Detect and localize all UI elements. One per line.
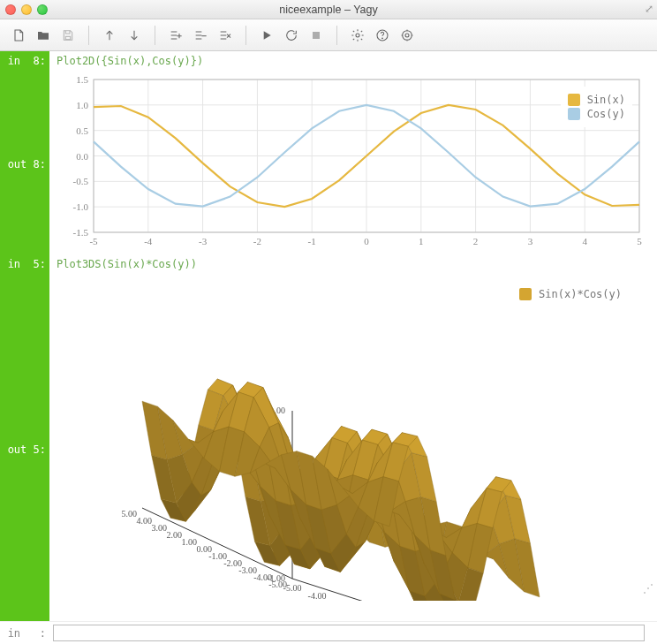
list-clear-button[interactable] bbox=[215, 26, 235, 45]
reload-button[interactable] bbox=[282, 26, 301, 45]
gutter-in-label: in 5: bbox=[0, 254, 49, 274]
titlebar: niceexample – Yagy ⤢ bbox=[0, 0, 657, 19]
content-column: Plot2D({Sin(x),Cos(y)}) -5-4-3-2-1012345… bbox=[49, 51, 657, 621]
input-prompt: in : bbox=[0, 622, 49, 644]
open-folder-button[interactable] bbox=[34, 26, 53, 45]
help-button[interactable] bbox=[373, 26, 392, 45]
svg-point-2 bbox=[356, 34, 359, 37]
gutter: in 8: out 8: in 5: out 5: bbox=[0, 51, 49, 621]
toolbar-separator bbox=[88, 26, 89, 45]
legend-label: Cos(y) bbox=[587, 108, 625, 120]
svg-text:1.00: 1.00 bbox=[182, 537, 198, 547]
close-icon[interactable] bbox=[5, 4, 16, 15]
input-row: in : bbox=[0, 621, 657, 644]
svg-text:2: 2 bbox=[473, 236, 479, 246]
svg-text:-1.0: -1.0 bbox=[73, 201, 89, 212]
svg-text:-2: -2 bbox=[253, 236, 261, 246]
list-add-button[interactable] bbox=[166, 26, 185, 45]
toolbar-separator bbox=[155, 26, 155, 45]
gutter-out-label: out 5: bbox=[0, 274, 49, 621]
svg-text:0.0: 0.0 bbox=[76, 151, 88, 162]
svg-point-4 bbox=[382, 37, 383, 38]
window-controls bbox=[5, 4, 48, 15]
list-remove-button[interactable] bbox=[191, 26, 210, 45]
new-file-button[interactable] bbox=[9, 26, 28, 45]
svg-text:-1.5: -1.5 bbox=[73, 227, 89, 238]
svg-text:3: 3 bbox=[528, 236, 533, 246]
svg-text:-0.5: -0.5 bbox=[73, 176, 89, 186]
legend-item: Cos(y) bbox=[568, 108, 625, 120]
svg-text:2.00: 2.00 bbox=[167, 530, 183, 540]
svg-text:1.0: 1.0 bbox=[76, 100, 88, 110]
resize-grip-icon[interactable]: ⋰ bbox=[643, 582, 653, 595]
command-input[interactable] bbox=[53, 625, 645, 641]
target-button[interactable] bbox=[397, 26, 417, 45]
svg-text:-3: -3 bbox=[199, 236, 208, 246]
svg-text:-5: -5 bbox=[89, 236, 98, 246]
svg-text:4: 4 bbox=[582, 236, 587, 246]
plot-3d[interactable]: -5.00-4.00-3.00-2.00-1.000.001.002.003.0… bbox=[49, 274, 657, 601]
svg-text:0.00: 0.00 bbox=[197, 544, 213, 554]
svg-text:-4: -4 bbox=[144, 236, 153, 246]
gutter-out-label: out 8: bbox=[0, 71, 49, 254]
window-title: niceexample – Yagy bbox=[0, 4, 657, 16]
command-text: Plot3DS(Sin(x)*Cos(y)) bbox=[49, 254, 657, 274]
toolbar bbox=[0, 19, 657, 51]
legend-label: Sin(x)*Cos(y) bbox=[539, 288, 622, 300]
svg-text:5.00: 5.00 bbox=[122, 509, 138, 519]
svg-text:-1.00: -1.00 bbox=[267, 573, 285, 583]
stop-button[interactable] bbox=[306, 26, 326, 45]
move-up-button[interactable] bbox=[100, 26, 119, 45]
toolbar-separator bbox=[336, 26, 337, 45]
legend-item: Sin(x) bbox=[568, 94, 625, 106]
save-button[interactable] bbox=[58, 26, 78, 45]
svg-point-6 bbox=[405, 34, 409, 37]
svg-text:-1: -1 bbox=[308, 236, 316, 246]
minimize-icon[interactable] bbox=[21, 4, 32, 15]
svg-text:3.00: 3.00 bbox=[152, 523, 168, 533]
svg-text:0: 0 bbox=[364, 236, 369, 246]
legend-label: Sin(x) bbox=[587, 94, 625, 106]
cell: Plot2D({Sin(x),Cos(y)}) -5-4-3-2-1012345… bbox=[49, 51, 657, 254]
settings-button[interactable] bbox=[348, 26, 367, 45]
notebook-area: in 8: out 8: in 5: out 5: Plot2D({Sin(x)… bbox=[0, 51, 657, 621]
svg-text:4.00: 4.00 bbox=[137, 516, 153, 526]
svg-text:-3.00: -3.00 bbox=[333, 599, 351, 601]
legend-swatch-icon bbox=[568, 94, 580, 106]
svg-text:0.5: 0.5 bbox=[76, 125, 88, 136]
command-text: Plot2D({Sin(x),Cos(y)}) bbox=[49, 51, 657, 71]
svg-rect-1 bbox=[313, 32, 320, 39]
legend-3d: Sin(x)*Cos(y) bbox=[519, 288, 622, 300]
legend-2d: Sin(x) Cos(y) bbox=[561, 87, 632, 127]
toolbar-separator bbox=[245, 26, 246, 45]
svg-text:-4.00: -4.00 bbox=[308, 591, 327, 601]
svg-rect-0 bbox=[65, 36, 70, 39]
cell: Plot3DS(Sin(x)*Cos(y)) -5.00-4.00-3.00-2… bbox=[49, 254, 657, 601]
legend-swatch-icon bbox=[568, 108, 580, 120]
gutter-in-label: in 8: bbox=[0, 51, 49, 71]
maximize-icon[interactable] bbox=[37, 4, 48, 15]
run-button[interactable] bbox=[257, 26, 276, 45]
svg-text:5: 5 bbox=[637, 236, 642, 246]
svg-text:1: 1 bbox=[419, 236, 424, 246]
svg-text:1.5: 1.5 bbox=[76, 74, 88, 85]
move-down-button[interactable] bbox=[125, 26, 144, 45]
svg-point-5 bbox=[403, 30, 412, 40]
legend-swatch-icon bbox=[519, 288, 532, 300]
plot-2d[interactable]: -5-4-3-2-1012345-1.5-1.0-0.50.00.51.01.5… bbox=[49, 71, 657, 254]
expand-icon[interactable]: ⤢ bbox=[645, 3, 653, 15]
